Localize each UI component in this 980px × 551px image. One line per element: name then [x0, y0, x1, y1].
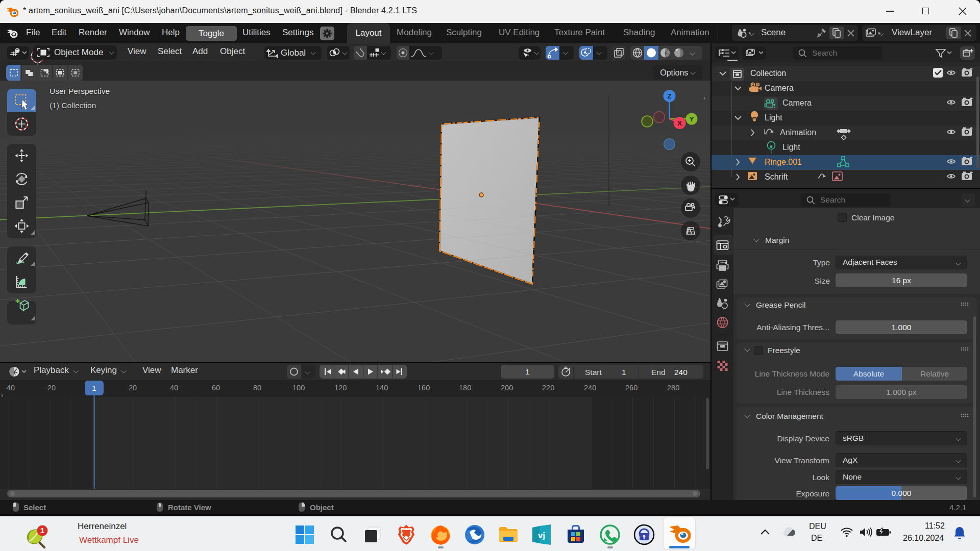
svg-text:Y: Y [690, 115, 694, 123]
svg-text:X: X [677, 119, 682, 127]
svg-text:Z: Z [668, 92, 672, 100]
svg-text:vj: vj [538, 531, 545, 540]
svg-text:1: 1 [40, 526, 44, 535]
svg-text:‹: ‹ [703, 94, 705, 102]
